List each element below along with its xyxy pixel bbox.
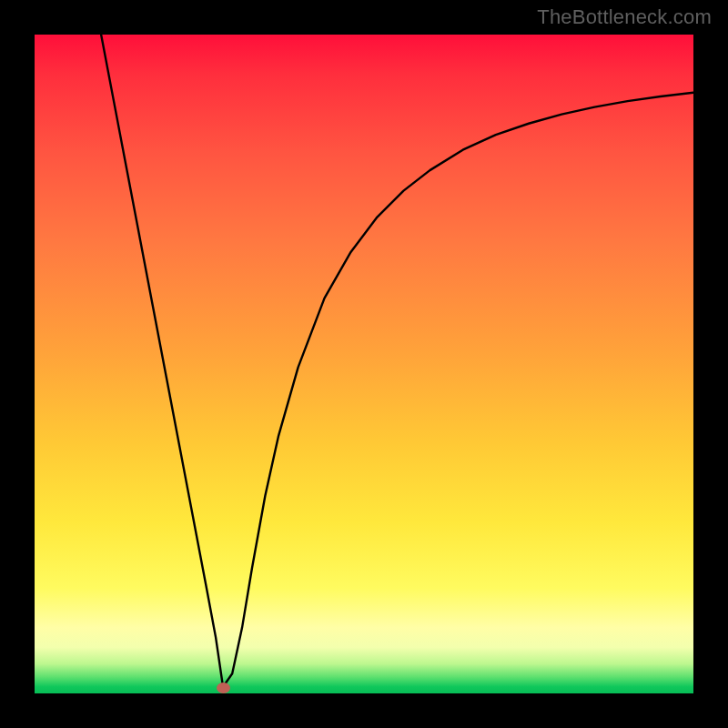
bottleneck-curve [35,35,693,693]
chart-plot-area [35,35,693,693]
watermark-label: TheBottleneck.com [537,5,712,29]
chart-outer-frame: TheBottleneck.com [0,0,728,728]
